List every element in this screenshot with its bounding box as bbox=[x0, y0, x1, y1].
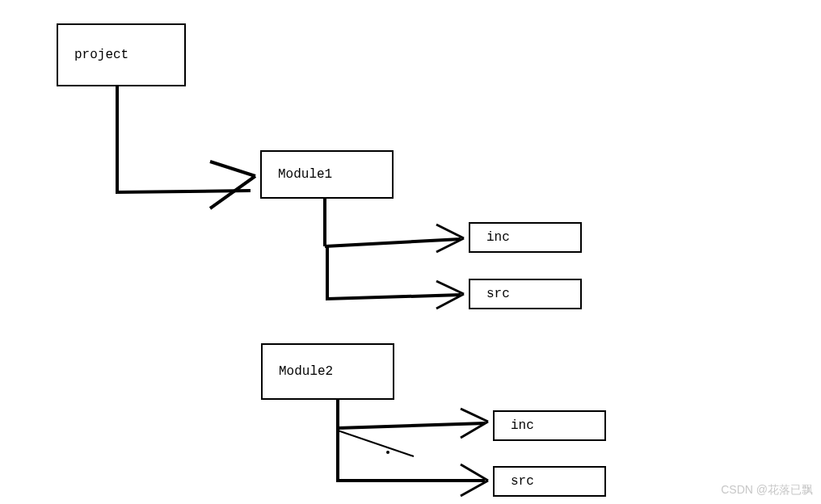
box-project: project bbox=[57, 23, 186, 86]
watermark-text: CSDN @花落已飘 bbox=[721, 483, 813, 496]
svg-point-0 bbox=[386, 451, 389, 454]
box-module1: Module1 bbox=[260, 150, 394, 199]
watermark: CSDN @花落已飘 bbox=[721, 483, 813, 498]
box-project-label: project bbox=[74, 48, 128, 62]
box-src1: src bbox=[469, 279, 582, 309]
box-module2-label: Module2 bbox=[279, 364, 333, 379]
box-src1-label: src bbox=[486, 287, 510, 301]
box-src2: src bbox=[493, 466, 606, 497]
box-module1-label: Module1 bbox=[278, 167, 332, 182]
box-inc1: inc bbox=[469, 222, 582, 253]
box-src2-label: src bbox=[511, 474, 534, 489]
box-inc2-label: inc bbox=[511, 418, 534, 433]
box-module2: Module2 bbox=[261, 343, 394, 400]
box-inc2: inc bbox=[493, 410, 606, 441]
box-inc1-label: inc bbox=[486, 230, 510, 245]
